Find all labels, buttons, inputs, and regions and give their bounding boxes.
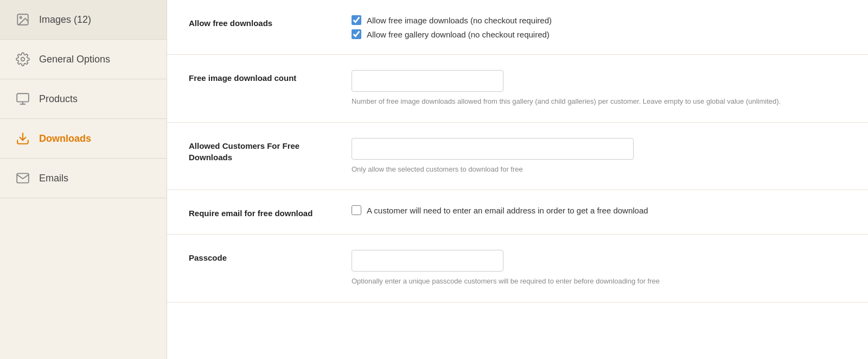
products-icon — [15, 91, 30, 106]
image-icon — [15, 12, 30, 27]
download-icon — [15, 131, 30, 146]
sidebar-item-images[interactable]: Images (12) — [0, 0, 167, 40]
checkbox-allow-free-image-label: Allow free image downloads (no checkout … — [367, 16, 552, 25]
input-allowed-customers[interactable] — [352, 138, 634, 160]
svg-rect-3 — [17, 93, 29, 102]
sidebar-item-emails-label: Emails — [39, 173, 68, 184]
checkbox-allow-free-gallery-input[interactable] — [352, 29, 361, 39]
hint-passcode: Optionally enter a unique passcode custo… — [352, 276, 796, 287]
sidebar-item-products-label: Products — [39, 93, 78, 105]
label-allowed-customers: Allowed Customers For Free Downloads — [189, 138, 330, 163]
label-allow-free-downloads: Allow free downloads — [189, 15, 330, 29]
label-require-email: Require email for free download — [189, 205, 330, 219]
hint-allowed-customers: Only allow the selected customers to dow… — [352, 164, 796, 175]
control-require-email: A customer will need to enter an email a… — [352, 205, 846, 215]
main-content: Allow free downloads Allow free image do… — [167, 0, 868, 359]
hint-free-image-download-count: Number of free image downloads allowed f… — [352, 96, 796, 107]
checkbox-require-email[interactable]: A customer will need to enter an email a… — [352, 205, 846, 215]
control-free-image-download-count: Number of free image downloads allowed f… — [352, 70, 846, 107]
input-passcode[interactable] — [352, 250, 503, 272]
sidebar-item-general-options[interactable]: General Options — [0, 40, 167, 79]
control-allow-free-downloads: Allow free image downloads (no checkout … — [352, 15, 846, 39]
sidebar: Images (12) General Options Products — [0, 0, 167, 359]
input-free-image-download-count[interactable] — [352, 70, 503, 92]
checkbox-require-email-input[interactable] — [352, 205, 361, 215]
label-passcode: Passcode — [189, 250, 330, 263]
row-require-email: Require email for free download A custom… — [167, 190, 868, 235]
control-passcode: Optionally enter a unique passcode custo… — [352, 250, 846, 287]
row-allow-free-downloads: Allow free downloads Allow free image do… — [167, 0, 868, 55]
sidebar-item-general-options-label: General Options — [39, 54, 110, 65]
sidebar-item-products[interactable]: Products — [0, 79, 167, 119]
row-allowed-customers: Allowed Customers For Free Downloads Onl… — [167, 123, 868, 191]
checkbox-allow-free-gallery[interactable]: Allow free gallery download (no checkout… — [352, 29, 846, 39]
row-passcode: Passcode Optionally enter a unique passc… — [167, 235, 868, 303]
svg-point-2 — [21, 58, 25, 61]
sidebar-item-emails[interactable]: Emails — [0, 159, 167, 198]
checkbox-allow-free-image[interactable]: Allow free image downloads (no checkout … — [352, 15, 846, 25]
checkbox-allow-free-gallery-label: Allow free gallery download (no checkout… — [367, 30, 550, 39]
row-free-image-download-count: Free image download count Number of free… — [167, 55, 868, 123]
sidebar-item-downloads[interactable]: Downloads — [0, 119, 167, 159]
email-icon — [15, 171, 30, 186]
checkbox-require-email-label: A customer will need to enter an email a… — [367, 206, 648, 215]
sidebar-item-downloads-label: Downloads — [39, 133, 91, 144]
checkbox-allow-free-image-input[interactable] — [352, 15, 361, 25]
label-free-image-download-count: Free image download count — [189, 70, 330, 84]
sidebar-item-images-label: Images (12) — [39, 14, 91, 26]
gear-icon — [15, 52, 30, 67]
control-allowed-customers: Only allow the selected customers to dow… — [352, 138, 846, 175]
svg-point-1 — [20, 17, 22, 18]
